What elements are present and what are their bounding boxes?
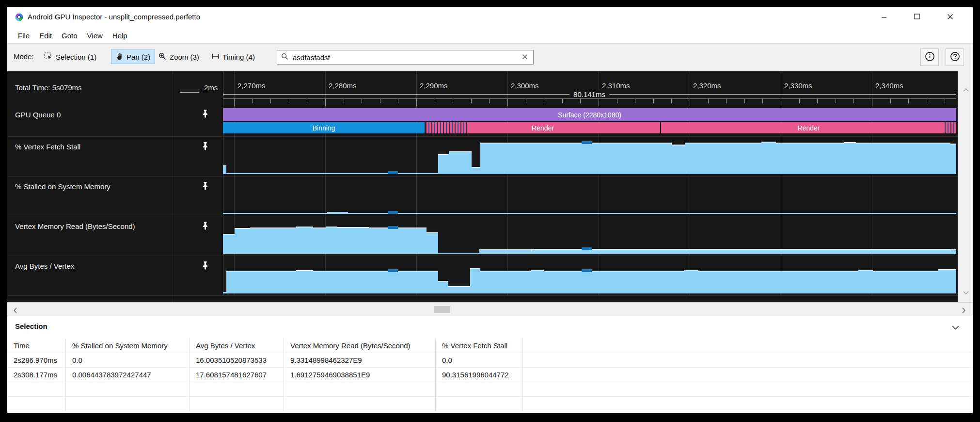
ruler-tick-label: 2,270ms [237, 81, 266, 90]
scroll-up-icon[interactable] [963, 85, 969, 94]
menu-view[interactable]: View [82, 30, 108, 41]
maximize-button[interactable] [906, 8, 928, 25]
ruler-tick [544, 99, 544, 103]
info-button[interactable] [920, 49, 939, 66]
pin-icon[interactable] [202, 181, 208, 193]
counter-chart[interactable] [223, 218, 956, 254]
mode-timing-button[interactable]: Timing (4) [207, 49, 260, 64]
counter-area-segment [856, 143, 950, 174]
slice-label: Binning [313, 124, 335, 132]
counter-area-segment [480, 143, 672, 174]
table-row-1[interactable]: 2s308.177ms0.00644378397242744717.608157… [7, 368, 973, 382]
counter-area-segment [449, 151, 472, 174]
counter-area-segment [531, 270, 544, 293]
minimize-button[interactable] [873, 8, 895, 25]
table-cell: 90.31561996044772 [436, 368, 523, 382]
scrollbar-thumb[interactable] [434, 306, 450, 313]
menu-file[interactable]: File [13, 30, 34, 41]
total-time-label: Total Time: 5s079ms [15, 83, 82, 92]
slice-binning[interactable]: Binning [223, 122, 425, 133]
toolbar: Mode: Selection (1) Pan (2) Zoom (3) Tim… [7, 43, 973, 71]
slice-render[interactable]: Render [661, 122, 956, 133]
search-input[interactable] [292, 53, 517, 62]
pin-icon[interactable] [202, 142, 208, 153]
table-cell: 0.0 [436, 353, 523, 367]
counter-area-segment [858, 270, 873, 293]
counter-chart[interactable] [223, 258, 956, 293]
counter-area-segment [873, 271, 938, 293]
close-button[interactable] [939, 8, 961, 25]
counter-area-segment [480, 271, 531, 293]
table-cell: 2s286.970ms [7, 353, 66, 367]
table-row-empty-1[interactable] [7, 397, 973, 411]
counter-area-segment [470, 268, 480, 293]
counter-area-segment [534, 249, 674, 254]
mode-selection-button[interactable]: Selection (1) [39, 49, 101, 64]
ruler-tick-label: 2,280ms [329, 81, 357, 90]
selected-sample-marker [388, 171, 398, 174]
ruler-tick [398, 99, 398, 103]
slice-render[interactable]: Render [426, 122, 660, 133]
counter-area-segment [438, 154, 449, 174]
scale-label: 2ms [204, 83, 218, 92]
counter-chart[interactable] [223, 138, 956, 174]
search-box [277, 50, 534, 65]
scroll-left-icon[interactable] [13, 307, 17, 315]
app-icon [15, 13, 23, 21]
menu-help[interactable]: Help [108, 30, 132, 41]
mode-zoom-label: Zoom (3) [170, 53, 199, 61]
timeline[interactable]: Total Time: 5s079ms 2ms 80.141ms 2,270ms… [7, 71, 973, 302]
help-icon [950, 51, 960, 64]
counter-chart[interactable] [223, 178, 956, 214]
ruler-tick [289, 99, 289, 103]
ruler-tick [872, 99, 872, 106]
ruler-tick-label: 2,290ms [420, 81, 448, 90]
mode-pan-button[interactable]: Pan (2) [111, 49, 155, 64]
track-row-gpu-queue[interactable]: GPU Queue 0Surface (2280x1080)BinningRen… [7, 106, 958, 137]
slice-surface[interactable]: Surface (2280x1080) [223, 108, 956, 121]
gpu-slices[interactable]: Surface (2280x1080)BinningRenderRender [223, 106, 956, 136]
slice-fragment-stripe [443, 122, 444, 133]
horizontal-scrollbar[interactable] [7, 302, 973, 316]
collapse-chevron-icon[interactable] [952, 323, 959, 332]
column-header: % Vertex Fetch Stall [436, 339, 523, 353]
zoom-mode-icon [158, 52, 166, 62]
slice-fragment-stripe [463, 122, 464, 133]
vertical-scrollbar[interactable] [958, 71, 973, 302]
slice-fragment-stripe [460, 122, 461, 133]
table-cell [284, 397, 436, 411]
table-cell-filler [523, 382, 973, 396]
search-clear-icon[interactable] [521, 53, 529, 62]
track-label: % Stalled on System Memory [15, 182, 111, 191]
table-row-0[interactable]: 2s286.970ms0.016.0035105208735339.331489… [7, 353, 973, 368]
ruler-tick [344, 99, 344, 103]
counter-area-segment [685, 143, 761, 174]
mode-zoom-button[interactable]: Zoom (3) [154, 49, 204, 64]
slice-fragment-stripe [953, 122, 954, 133]
scroll-right-icon[interactable] [962, 307, 966, 315]
counter-area-segment [938, 269, 956, 293]
counter-area-segment [448, 286, 470, 293]
pin-icon[interactable] [202, 221, 208, 232]
counter-area-segment [672, 145, 685, 174]
slice-fragment-stripe [446, 122, 447, 133]
selected-sample-marker [582, 141, 592, 144]
selected-sample-marker [388, 211, 398, 214]
track-row-counter[interactable]: Vertex Memory Read (Bytes/Second) [7, 216, 958, 256]
ruler-tick [726, 99, 727, 103]
menu-edit[interactable]: Edit [34, 30, 57, 41]
track-row-counter[interactable]: Avg Bytes / Vertex [7, 256, 958, 296]
slice-fragment-stripe [449, 122, 450, 133]
help-button[interactable] [946, 49, 964, 66]
pin-icon[interactable] [202, 261, 208, 272]
slice-label: Render [798, 124, 820, 132]
track-row-counter[interactable]: % Stalled on System Memory [7, 177, 958, 216]
scroll-down-icon[interactable] [963, 288, 969, 296]
counter-area-segment [369, 227, 427, 254]
menu-goto[interactable]: Goto [57, 30, 82, 41]
table-header-row: Time% Stalled on System MemoryAvg Bytes … [7, 339, 973, 353]
table-row-empty-0[interactable] [7, 382, 973, 397]
pin-icon[interactable] [202, 109, 208, 120]
selection-panel-title: Selection [15, 322, 47, 330]
track-row-counter[interactable]: % Vertex Fetch Stall [7, 137, 958, 177]
